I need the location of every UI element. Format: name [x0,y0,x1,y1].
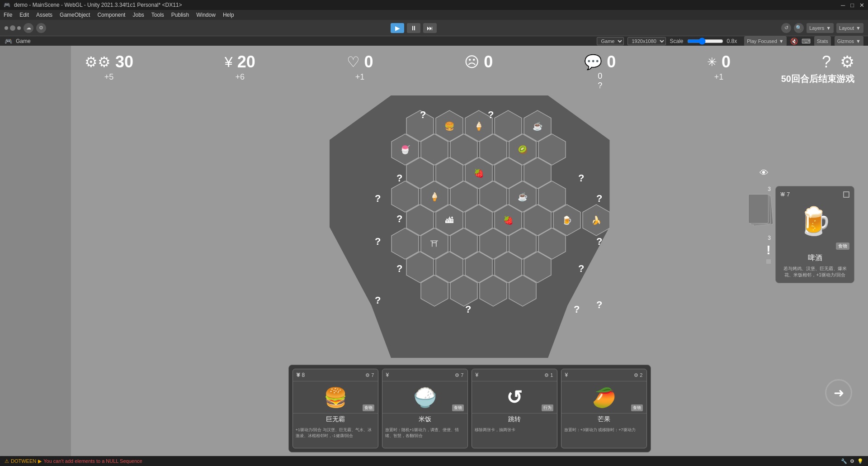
hud-gear-group: ⚙⚙ 30 [85,52,133,71]
hand-card-2[interactable]: ¥ ⚙ 7 🍚 食物 米饭 放置时：随机+1驱动力，调查、便便、情绪、智慧，各翻… [382,369,468,448]
stats-button[interactable]: Stats [814,36,831,46]
hex-icon-popsicle: 🍧 [400,145,410,155]
close-button[interactable]: ✕ [859,2,864,9]
question-mark: ? [465,304,471,315]
hand-card-4-desc-text: 放置时：+3驱动力 或移除时：+7驱动力 [564,428,636,432]
hex-icon-kiwi: 🥝 [518,145,528,155]
minimize-button[interactable]: ─ [841,2,845,9]
menu-edit[interactable]: Edit [19,12,29,18]
pause-button[interactable]: ⏸ [407,23,420,33]
heart-value: 0 [364,52,373,71]
status-right: 🔧 ⚙ 💡 [841,458,863,464]
hand-area: ¥ ¥ 8 ⚙ 7 🍔 食物 巨无霸 +1驱动力/回合 与汉堡、巨无霸、气水、冰… [288,365,651,452]
gear-value: 30 [115,52,133,71]
search-button[interactable]: 🔍 [794,23,804,33]
layers-label: Layers [809,25,824,31]
error-text: You can't add elements to a NULL Sequenc… [43,458,142,464]
help-icon[interactable]: ? [822,52,831,71]
hex-icon-cup: ☕ [533,121,543,131]
question-mark: ? [578,263,584,274]
hud-speech-stat: 💬 0 0 ? [584,52,616,90]
yen-delta: +6 [236,72,245,82]
hand-card-1-gear: ⚙ 7 [365,372,374,378]
hand-card-3[interactable]: ¥ ⚙ 1 ↺ 行为 跳转 移除两张卡，抽两张卡 [472,369,557,448]
yen-icon: ¥ [225,55,233,69]
menu-assets[interactable]: Assets [36,12,52,18]
hex-icon-coffee: ☕ [518,192,528,202]
menu-window[interactable]: Window [196,12,216,18]
status-icon-3: 💡 [857,458,863,464]
layout-dropdown[interactable]: Layout ▼ [836,23,863,33]
layout-label: Layout [839,25,854,31]
mute-icon[interactable]: 🔇 [790,38,798,45]
card-badge: 食物 [836,243,849,250]
face-value: 0 [484,52,493,71]
menu-help[interactable]: Help [223,12,234,18]
question-mark: ? [574,304,580,315]
resolution-select[interactable]: 1920x1080 [627,37,666,45]
hand-card-4[interactable]: ¥ ⚙ 2 🥭 食物 芒果 放置时：+3驱动力 或移除时：+7驱动力 [561,369,647,448]
card-corner-tl [843,191,849,198]
gizmos-button[interactable]: Gizmos ▼ [835,36,863,46]
scale-label: Scale [670,38,683,44]
arrow-icon: ▶ [38,458,42,464]
game-mode-select[interactable]: Game [597,37,624,45]
yen-value: 20 [237,52,255,71]
gizmos-label: Gizmos [837,38,854,44]
maximize-button[interactable]: □ [850,2,854,9]
hex-icon-shrine: ⛩ [430,239,439,248]
hud-yen-stat: ¥ 20 +6 [225,52,255,82]
hand-card-1[interactable]: ¥ ¥ 8 ⚙ 7 🍔 食物 巨无霸 +1驱动力/回合 与汉堡、巨无霸、气水、冰… [292,369,378,448]
hand-card-3-name: 跳转 [472,413,557,425]
card-stacks: 3 3 ! [748,186,771,264]
toolbar-right: ↺ 🔍 Layers ▼ Layout ▼ [781,23,863,33]
step-button[interactable]: ⏭ [423,23,437,33]
hud-face-group: ☹ 0 [464,52,493,71]
menu-component[interactable]: Component [97,12,125,18]
scale-slider[interactable] [687,38,723,45]
menu-publish[interactable]: Publish [171,12,189,18]
menu-file[interactable]: File [4,12,12,18]
hand-card-3-cost: ¥ [476,372,479,378]
play-button[interactable]: ▶ [391,23,404,33]
hex-icon-city: 🏙 [445,216,453,225]
game-settings: Game 1920x1080 Scale 0.8x Play Focused ▼… [597,36,863,46]
settings-icon[interactable]: ⚙ [840,52,854,71]
hud-face-stat: ☹ 0 [464,52,493,71]
card-stack-visual[interactable] [748,194,771,226]
game-label: Game [16,38,31,44]
left-sidebar [0,46,71,456]
layers-chevron-icon: ▼ [826,25,831,31]
app-icon: 🎮 [4,2,10,8]
question-mark: ? [488,109,494,120]
question-mark: ? [375,295,381,306]
keyboard-icon: ⌨ [802,38,811,45]
face-icon: ☹ [464,55,479,69]
card-desc: 若与烤鸡、汉堡、巨无霸、爆米花、米饭相邻，+1驱动力/回合 [780,266,849,278]
hand-card-4-gear: ⚙ 2 [634,372,642,378]
menu-jobs[interactable]: Jobs [132,12,144,18]
layers-dropdown[interactable]: Layers ▼ [807,23,834,33]
hand-card-4-desc: 放置时：+3驱动力 或移除时：+7驱动力 [561,425,646,448]
menu-tools[interactable]: Tools [151,12,164,18]
sun-value: 0 [722,52,731,71]
hex-grid-svg: .hx { fill: #6d6d6d; stroke: #aaa; strok… [330,105,610,358]
hud-yen-group: ¥ 20 [225,52,255,71]
account-icon [5,25,21,31]
window-controls[interactable]: ─ □ ✕ [841,2,864,9]
hand-card-2-gear: ⚙ 7 [455,372,463,378]
menu-gameobject[interactable]: GameObject [60,12,90,18]
hand-card-3-desc: 移除两张卡，抽两张卡 [472,425,557,448]
main-card[interactable]: ¥ ¥ 7 🍺 食物 啤酒 若与烤鸡、汉堡、巨无霸、爆米花、米饭相邻，+1驱动力… [775,186,854,283]
card-cost-value: ¥ 7 [782,191,790,198]
undo-button[interactable]: ↺ [781,23,791,33]
play-focused-button[interactable]: Play Focused ▼ [744,36,787,46]
hand-card-2-image: 🍚 食物 [382,381,467,413]
heart-delta: +1 [355,72,365,82]
next-arrow-button[interactable]: ➜ [825,379,852,406]
title-bar-left: 🎮 demo - MainScene - WebGL - Unity 2021.… [4,2,182,8]
cloud-button[interactable]: ☁ [24,23,33,33]
hand-card-3-image: ↺ 行为 [472,381,557,413]
settings-button[interactable]: ⚙ [36,23,46,33]
eye-icon[interactable]: 👁 [760,168,769,178]
